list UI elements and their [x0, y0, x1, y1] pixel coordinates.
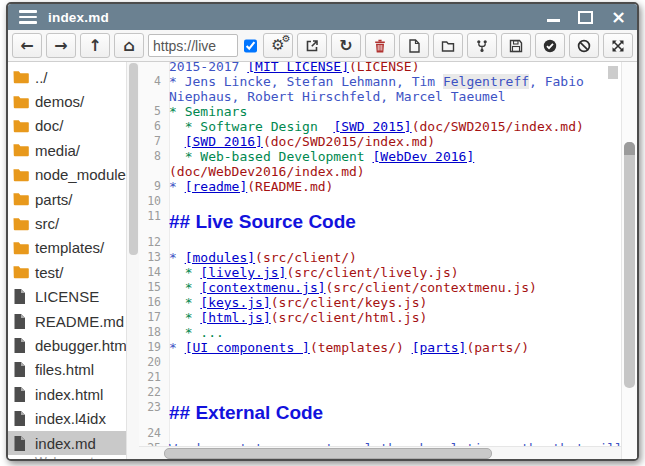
file-label: LICENSE	[35, 288, 99, 305]
home-button[interactable]: ⌂	[114, 33, 144, 58]
delete-button[interactable]	[365, 33, 395, 58]
folder-icon	[441, 39, 455, 53]
folder-item[interactable]: ../	[8, 65, 126, 89]
up-button[interactable]: ↑	[80, 33, 110, 58]
check-circle-icon	[543, 39, 557, 53]
line-number: 9	[139, 179, 169, 194]
sidebar-scrollbar-thumb[interactable]	[129, 63, 138, 255]
code-line: Niephaus, Robert Hirschfeld, Marcel Taeu…	[139, 89, 621, 104]
auto-load-checkbox[interactable]	[244, 39, 257, 53]
folder-label: ../	[35, 69, 48, 86]
window-scrollbar-thumb[interactable]	[624, 142, 635, 388]
folder-item[interactable]: parts/	[8, 187, 126, 211]
window-scrollbar-thumb-cap	[624, 142, 635, 155]
code-text: * ...	[169, 325, 224, 340]
settings-button[interactable]: ⚙⚙	[263, 33, 293, 58]
folder-item[interactable]: demos/	[8, 89, 126, 113]
folder-icon	[13, 241, 29, 255]
sidebar-scrollbar[interactable]	[126, 62, 139, 459]
menu-icon[interactable]	[19, 10, 37, 24]
refresh-icon: ↻	[339, 38, 352, 54]
code-text: * Software Design [SWD 2015](doc/SWD2015…	[169, 119, 584, 134]
folder-icon	[13, 168, 29, 182]
editor-hscrollbar-thumb[interactable]	[164, 448, 492, 459]
folder-item[interactable]: src/	[8, 211, 126, 235]
editor-hscrollbar[interactable]	[139, 446, 621, 459]
line-number: 16	[139, 295, 169, 310]
code-line: 21	[139, 370, 621, 385]
code-line: 22	[139, 385, 621, 400]
code-line: 7 [SWD 2016](doc/SWD2015/index.md)	[139, 134, 621, 149]
file-label: README.md	[35, 313, 124, 330]
code-line: 20	[139, 355, 621, 370]
content-area: ../demos/doc/media/node_modules/parts/sr…	[8, 62, 637, 459]
fullscreen-button[interactable]	[603, 33, 633, 58]
url-input[interactable]	[148, 34, 238, 57]
file-icon	[407, 39, 421, 53]
code-text: * [UI components ](templates/) [parts](p…	[169, 340, 529, 355]
code-text: * Seminars	[169, 104, 247, 119]
forward-button[interactable]: →	[46, 33, 76, 58]
folder-label: demos/	[35, 93, 84, 110]
window-scrollbar[interactable]	[621, 62, 637, 459]
minimize-icon[interactable]	[547, 19, 560, 22]
back-button[interactable]: ←	[12, 33, 42, 58]
file-icon	[13, 436, 29, 451]
editor-vscrollbar-thumb[interactable]	[608, 66, 618, 79]
new-folder-button[interactable]	[433, 33, 463, 58]
file-item[interactable]: index.html	[8, 382, 126, 406]
folder-icon	[13, 95, 29, 109]
code-pane[interactable]: 2015-2017 [MIT LICENSE](LICENSE)4* Jens …	[139, 62, 621, 447]
file-label: index.md	[35, 435, 96, 452]
cancel-button[interactable]	[569, 33, 599, 58]
versions-button[interactable]	[467, 33, 497, 58]
code-line: 19* [UI components ](templates/) [parts]…	[139, 340, 621, 355]
file-item[interactable]: index.md	[8, 431, 126, 455]
folder-icon	[13, 119, 29, 133]
save-button[interactable]	[501, 33, 531, 58]
folder-item[interactable]: media/	[8, 138, 126, 162]
new-file-button[interactable]	[399, 33, 429, 58]
folder-label: templates/	[35, 239, 104, 256]
code-text: [SWD 2016](doc/SWD2015/index.md)	[169, 134, 435, 149]
window-controls: ×	[547, 10, 626, 24]
file-sidebar: ../demos/doc/media/node_modules/parts/sr…	[8, 62, 126, 459]
folder-item[interactable]: doc/	[8, 114, 126, 138]
open-external-button[interactable]	[297, 33, 327, 58]
window-titlebar[interactable]: index.md ×	[8, 4, 637, 30]
folder-icon	[13, 70, 29, 84]
file-label: index.l4idx	[35, 410, 106, 427]
code-line: 5* Seminars	[139, 104, 621, 119]
folder-item[interactable]: templates/	[8, 236, 126, 260]
file-item[interactable]: index.l4idx	[8, 406, 126, 430]
line-number: 4	[139, 74, 169, 89]
line-number: 14	[139, 265, 169, 280]
toolbar: ←→↑⌂ ⚙⚙↻	[8, 30, 637, 62]
maximize-icon[interactable]	[578, 11, 593, 24]
file-item[interactable]: LICENSE	[8, 285, 126, 309]
code-text: * [html.js](src/client/html.js)	[169, 310, 427, 325]
code-text: * [readme](README.md)	[169, 179, 333, 194]
folder-label: media/	[35, 142, 80, 159]
close-icon[interactable]: ×	[611, 10, 626, 24]
line-number	[139, 89, 169, 104]
code-line: 2015-2017 [MIT LICENSE](LICENSE)	[139, 62, 621, 74]
code-text: 2015-2017 [MIT LICENSE](LICENSE)	[169, 62, 419, 74]
file-item[interactable]: debugger.html	[8, 333, 126, 357]
folder-item[interactable]: test/	[8, 260, 126, 284]
line-number	[139, 62, 169, 74]
file-item[interactable]: files.html	[8, 358, 126, 382]
gears-icon: ⚙⚙	[271, 38, 284, 53]
file-icon	[13, 289, 29, 304]
file-item[interactable]: README.md	[8, 309, 126, 333]
code-text: * [keys.js](src/client/keys.js)	[169, 295, 427, 310]
code-text: * Jens Lincke, Stefan Lehmann, Tim Felge…	[169, 74, 584, 89]
markdown-editor[interactable]: 2015-2017 [MIT LICENSE](LICENSE)4* Jens …	[139, 62, 621, 459]
home-icon: ⌂	[123, 38, 134, 54]
reload-button[interactable]: ↻	[331, 33, 361, 58]
code-text: * [modules](src/client/)	[169, 250, 357, 265]
folder-item[interactable]: node_modules/	[8, 163, 126, 187]
line-number: 10	[139, 194, 169, 209]
line-number: 5	[139, 104, 169, 119]
accept-button[interactable]	[535, 33, 565, 58]
